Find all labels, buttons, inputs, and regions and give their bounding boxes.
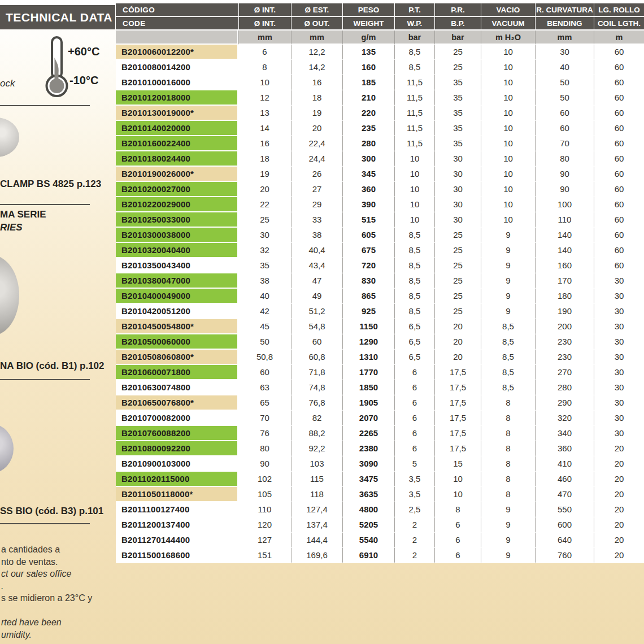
value-cell: 100 bbox=[535, 197, 594, 212]
value-cell: 35 bbox=[434, 75, 481, 90]
table-row: B2010900103000901033090515841020 bbox=[116, 456, 644, 472]
unit-label: mm bbox=[535, 31, 594, 45]
table-row: B2010100016000101618511,535105060 bbox=[116, 75, 644, 90]
value-cell: 210 bbox=[342, 90, 394, 106]
table-row: B2011200137400120137,4520526960020 bbox=[116, 517, 644, 533]
value-cell: 410 bbox=[535, 456, 594, 472]
value-cell: 1150 bbox=[342, 319, 394, 334]
product-code-cell: B2010100016000 bbox=[116, 75, 238, 90]
value-cell: 30 bbox=[594, 304, 644, 319]
value-cell: 5 bbox=[394, 456, 434, 472]
value-cell: 9 bbox=[481, 517, 535, 533]
value-cell: 830 bbox=[342, 273, 394, 289]
value-cell: 9 bbox=[481, 548, 535, 563]
value-cell: 35 bbox=[434, 136, 481, 151]
value-cell: 10 bbox=[481, 167, 535, 182]
value-cell: 25 bbox=[434, 289, 481, 304]
value-cell: 60 bbox=[594, 167, 644, 182]
product-code-cell: B2010650076800* bbox=[116, 395, 238, 411]
product-code-cell: B2011200137400 bbox=[116, 517, 238, 533]
value-cell: 9 bbox=[481, 289, 535, 304]
table-row: B2010060012200*612,21358,525103060 bbox=[116, 45, 644, 60]
column-header: WEIGHT bbox=[342, 17, 394, 31]
value-cell: 8,5 bbox=[394, 304, 434, 319]
value-cell: 6,5 bbox=[394, 334, 434, 350]
value-cell: 50 bbox=[238, 334, 291, 350]
table-row: B201020002700020273601030109060 bbox=[116, 182, 644, 197]
value-cell: 460 bbox=[535, 472, 594, 487]
value-cell: 50 bbox=[535, 90, 594, 106]
value-cell: 140 bbox=[535, 228, 594, 243]
value-cell: 8 bbox=[481, 456, 535, 472]
value-cell: 11,5 bbox=[394, 75, 434, 90]
value-cell: 20 bbox=[594, 441, 644, 456]
header-row-en: CODEØ INT.Ø OUT.WEIGHTW.P.B.P.VACUUMBEND… bbox=[116, 17, 644, 31]
footnote-line: s se midieron a 23°C y bbox=[1, 592, 117, 604]
product-code-cell: B2010800092200 bbox=[116, 441, 238, 456]
product-code-cell: B2010900103000 bbox=[116, 456, 238, 472]
table-row: B20107600882007688,22265617,5834030 bbox=[116, 426, 644, 441]
header-row-es: CÓDIGOØ INT.Ø EST.PESOP.T.P.R.VACIOR. CU… bbox=[116, 3, 644, 17]
value-cell: 10 bbox=[481, 151, 535, 167]
product-code-cell: B2010080014200 bbox=[116, 60, 238, 75]
value-cell: 82 bbox=[291, 411, 342, 426]
value-cell: 30 bbox=[594, 395, 644, 411]
value-cell: 30 bbox=[594, 273, 644, 289]
value-cell: 1905 bbox=[342, 395, 394, 411]
table-row: B20106300748006374,81850617,58,528030 bbox=[116, 380, 644, 395]
value-cell: 9 bbox=[481, 533, 535, 548]
column-header: P.T. bbox=[394, 3, 434, 17]
value-cell: 760 bbox=[535, 548, 594, 563]
sidebar-item-clamp-ref: CLAMP BS 4825 p.123 bbox=[0, 179, 101, 190]
value-cell: 45 bbox=[238, 319, 291, 334]
value-cell: 10 bbox=[481, 212, 535, 228]
product-code-cell: B2010200027000 bbox=[116, 182, 238, 197]
value-cell: 10 bbox=[434, 472, 481, 487]
min-temperature-label: -10°C bbox=[69, 74, 98, 87]
value-cell: 144,4 bbox=[291, 533, 342, 548]
value-cell: 6 bbox=[434, 548, 481, 563]
value-cell: 8 bbox=[481, 395, 535, 411]
value-cell: 25 bbox=[434, 45, 481, 60]
value-cell: 20 bbox=[594, 472, 644, 487]
value-cell: 169,6 bbox=[291, 548, 342, 563]
footnote-line: nto de ventas. bbox=[1, 556, 117, 568]
sidebar-divider bbox=[0, 379, 90, 380]
value-cell: 6 bbox=[434, 533, 481, 548]
unit-label: bar bbox=[394, 31, 434, 45]
product-code-cell: B2010500060000 bbox=[116, 334, 238, 350]
value-cell: 8,5 bbox=[394, 258, 434, 273]
value-cell: 42 bbox=[238, 304, 291, 319]
units-row: mmmmg/mbarbarm H₂Ommm bbox=[116, 31, 644, 45]
table-row: B201038004700038478308,525917030 bbox=[116, 273, 644, 289]
value-cell: 10 bbox=[394, 197, 434, 212]
sidebar-item-bio-b1-ref: NA BIO (cód. B1) p.102 bbox=[0, 360, 105, 372]
value-cell: 320 bbox=[535, 411, 594, 426]
value-cell: 80 bbox=[535, 151, 594, 167]
table-row: B201030003800030386058,525914060 bbox=[116, 228, 644, 243]
table-row: B2010190026000*19263451030109060 bbox=[116, 167, 644, 182]
catalog-page: TECHNICAL DATA ock +60°C -10°C CLAMP BS … bbox=[0, 0, 644, 644]
product-code-cell: B2011050118000* bbox=[116, 487, 238, 502]
value-cell: 60 bbox=[594, 90, 644, 106]
value-cell: 10 bbox=[481, 45, 535, 60]
value-cell: 3635 bbox=[342, 487, 394, 502]
value-cell: 16 bbox=[291, 75, 342, 90]
value-cell: 49 bbox=[291, 289, 342, 304]
value-cell: 160 bbox=[535, 258, 594, 273]
value-cell: 8,5 bbox=[394, 289, 434, 304]
value-cell: 30 bbox=[594, 411, 644, 426]
sidebar-divider bbox=[0, 204, 90, 205]
value-cell: 6910 bbox=[342, 548, 394, 563]
value-cell: 60 bbox=[535, 121, 594, 136]
value-cell: 60 bbox=[238, 365, 291, 380]
value-cell: 8,5 bbox=[394, 273, 434, 289]
value-cell: 3,5 bbox=[394, 487, 434, 502]
value-cell: 8 bbox=[481, 411, 535, 426]
value-cell: 8,5 bbox=[481, 319, 535, 334]
value-cell: 10 bbox=[394, 167, 434, 182]
value-cell: 74,8 bbox=[291, 380, 342, 395]
value-cell: 10 bbox=[238, 75, 291, 90]
value-cell: 60 bbox=[291, 334, 342, 350]
value-cell: 90 bbox=[535, 182, 594, 197]
